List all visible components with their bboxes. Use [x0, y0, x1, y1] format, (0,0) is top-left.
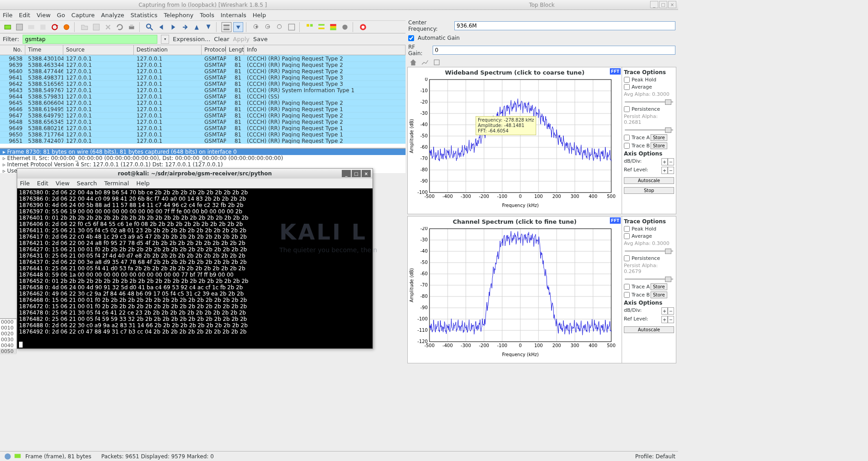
capture-filters-icon[interactable] [305, 22, 315, 32]
zoom-out-icon[interactable]: − [263, 22, 273, 32]
clear-button[interactable]: Clear [214, 36, 229, 42]
menu-statistics[interactable]: Statistics [131, 12, 157, 19]
dbdiv-down[interactable]: − [668, 158, 674, 165]
minimize-button[interactable]: _ [650, 1, 658, 8]
go-last-icon[interactable] [203, 22, 213, 32]
colorize-icon[interactable] [222, 22, 231, 32]
filter-dropdown[interactable]: ▾ [161, 35, 169, 44]
persist-alpha-slider[interactable] [624, 127, 674, 133]
channel-spectrum-plot[interactable]: Channel Spectrum (click to fine tune) FF… [408, 216, 622, 363]
packet-row[interactable]: 96505388.7177640127.0.0.1127.0.0.1GSMTAP… [0, 131, 406, 137]
store-b-button[interactable]: Store [651, 142, 667, 149]
center-freq-input[interactable] [454, 21, 675, 30]
minimize-button[interactable]: _ [342, 170, 351, 177]
home-icon[interactable] [408, 57, 418, 67]
peak-hold-checkbox[interactable] [624, 226, 630, 232]
menu-file[interactable]: File [20, 180, 30, 187]
menu-tools[interactable]: Tools [200, 12, 214, 19]
col-proto[interactable]: Protocol [202, 45, 226, 55]
dbdiv-up[interactable]: + [661, 307, 668, 315]
avg-alpha-slider[interactable] [624, 99, 674, 105]
packet-list[interactable]: 96385388.4301040127.0.0.1127.0.0.1GSMTAP… [0, 55, 406, 148]
maximize-button[interactable]: □ [352, 170, 361, 177]
menu-internals[interactable]: Internals [221, 12, 246, 19]
capture-comments-icon[interactable] [13, 452, 23, 461]
menu-view[interactable]: View [37, 12, 51, 19]
packet-row[interactable]: 96385388.4301040127.0.0.1127.0.0.1GSMTAP… [0, 55, 406, 61]
detail-row[interactable]: ▸ Frame 8730: 81 bytes on wire (648 bits… [0, 149, 406, 155]
packet-row[interactable]: 96515388.7424070127.0.0.1127.0.0.1GSMTAP… [0, 137, 406, 144]
peak-hold-checkbox[interactable] [624, 77, 630, 83]
config-icon[interactable] [432, 57, 442, 67]
trace-a-checkbox[interactable] [624, 284, 630, 290]
trace-b-checkbox[interactable] [624, 143, 630, 149]
dbdiv-up[interactable]: + [661, 158, 668, 165]
auto-gain-checkbox[interactable] [408, 35, 414, 41]
menu-file[interactable]: File [3, 12, 13, 19]
menu-analyze[interactable]: Analyze [101, 12, 124, 19]
trace-b-checkbox[interactable] [624, 292, 630, 298]
menu-capture[interactable]: Capture [71, 12, 95, 19]
packet-row[interactable]: 96445388.5798310127.0.0.1127.0.0.1GSMTAP… [0, 93, 406, 99]
wideband-spectrum-plot[interactable]: Wideband Spectrum (click to coarse tune)… [408, 67, 622, 214]
terminal-body[interactable]: 1876380 0: 2d 06 22 00 4a b0 89 b6 54 70… [17, 188, 373, 348]
autostop-icon[interactable] [61, 22, 71, 32]
restart-icon[interactable] [50, 22, 60, 32]
col-time[interactable]: Time [25, 45, 63, 55]
help-icon[interactable] [358, 22, 368, 32]
print-icon[interactable] [127, 22, 137, 32]
go-first-icon[interactable] [192, 22, 202, 32]
autoscale-button[interactable]: Autoscale [624, 177, 674, 184]
col-dst[interactable]: Destination [134, 45, 202, 55]
save-filter-button[interactable]: Save [253, 36, 268, 42]
filter-input[interactable] [23, 35, 157, 44]
go-jump-icon[interactable] [180, 22, 190, 32]
rf-gain-input[interactable] [433, 46, 675, 55]
close-button[interactable]: × [668, 1, 676, 8]
detail-row[interactable]: ▹ Ethernet II, Src: 00:00:00_00:00:00 (0… [0, 155, 406, 161]
save-icon[interactable] [91, 22, 101, 32]
reload-icon[interactable] [115, 22, 125, 32]
col-src[interactable]: Source [63, 45, 134, 55]
zoom-100-icon[interactable] [275, 22, 285, 32]
col-info[interactable]: Info [244, 45, 406, 55]
packet-row[interactable]: 96405388.4774460127.0.0.1127.0.0.1GSMTAP… [0, 68, 406, 74]
trace-a-checkbox[interactable] [624, 135, 630, 141]
packet-row[interactable]: 96495388.6802160127.0.0.1127.0.0.1GSMTAP… [0, 125, 406, 131]
menu-view[interactable]: View [56, 180, 70, 187]
close-file-icon[interactable] [103, 22, 113, 32]
average-checkbox[interactable] [624, 233, 630, 239]
store-b-button[interactable]: Store [651, 292, 667, 298]
packet-row[interactable]: 96395388.4633440127.0.0.1127.0.0.1GSMTAP… [0, 61, 406, 68]
autoscroll-icon[interactable] [233, 22, 243, 32]
persist-alpha-slider[interactable] [624, 276, 674, 282]
zoom-in-icon[interactable]: + [251, 22, 261, 32]
col-len[interactable]: Length [226, 45, 244, 55]
store-a-button[interactable]: Store [651, 134, 667, 141]
col-no[interactable]: No. [0, 45, 25, 55]
menu-search[interactable]: Search [77, 180, 97, 187]
menu-go[interactable]: Go [57, 12, 65, 19]
menu-help[interactable]: Help [136, 180, 150, 187]
store-a-button[interactable]: Store [651, 283, 667, 290]
packet-row[interactable]: 96415388.4983710127.0.0.1127.0.0.1GSMTAP… [0, 74, 406, 80]
packet-row[interactable]: 96435388.5497670127.0.0.1127.0.0.1GSMTAP… [0, 87, 406, 93]
menu-edit[interactable]: Edit [19, 12, 30, 19]
reflvl-up[interactable]: + [661, 167, 668, 174]
open-icon[interactable] [80, 22, 90, 32]
find-icon[interactable] [145, 22, 155, 32]
status-profile[interactable]: Profile: Default [635, 453, 675, 460]
packet-row[interactable]: 96465388.6194950127.0.0.1127.0.0.1GSMTAP… [0, 106, 406, 112]
prefs-icon[interactable] [340, 22, 350, 32]
autoscale-button[interactable]: Autoscale [624, 326, 674, 333]
avg-alpha-slider[interactable] [624, 248, 674, 254]
go-forward-icon[interactable] [168, 22, 178, 32]
menu-help[interactable]: Help [253, 12, 266, 19]
resize-cols-icon[interactable] [287, 22, 297, 32]
coloring-rules-icon[interactable] [328, 22, 338, 32]
expert-info-icon[interactable] [3, 452, 13, 461]
display-filters-icon[interactable] [316, 22, 326, 32]
reflvl-up[interactable]: + [661, 316, 668, 323]
persistence-checkbox[interactable] [624, 255, 630, 261]
packet-row[interactable]: 96485388.6563450127.0.0.1127.0.0.1GSMTAP… [0, 118, 406, 125]
